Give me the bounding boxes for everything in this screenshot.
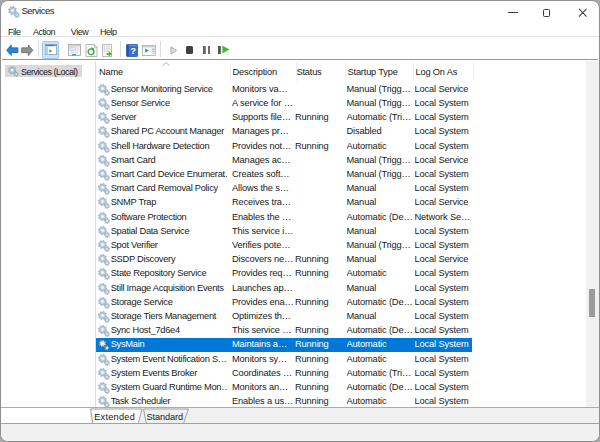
svg-text:?: ? bbox=[130, 45, 136, 56]
